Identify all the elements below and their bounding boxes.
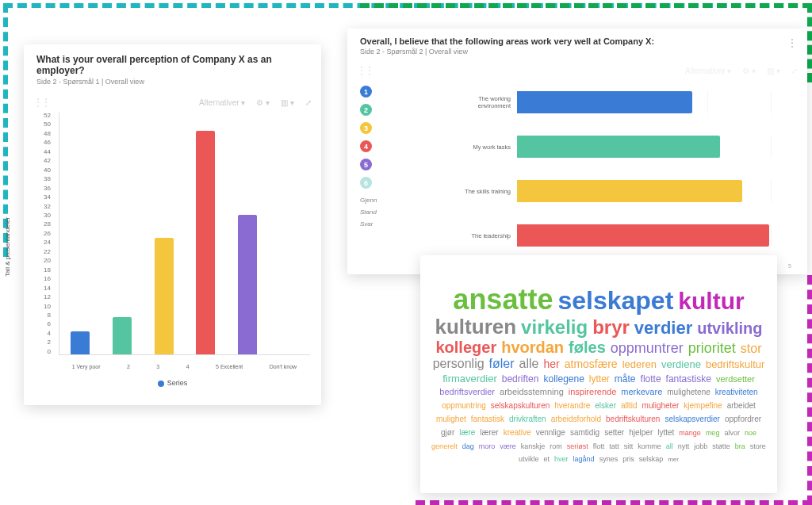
cloud-word: meg (706, 430, 720, 437)
cloud-word: måte (615, 374, 636, 384)
cloud-word: være (500, 443, 516, 450)
drag-handle-icon[interactable]: ⋮⋮ (357, 65, 373, 76)
bar-subtitle: Side 2 - Spørsmål 1 | Overall view (36, 78, 308, 86)
wordcloud: ansatteselskapetkulturkulturenvirkeligbr… (420, 274, 777, 474)
cloud-word: sitt (624, 443, 634, 450)
drag-handle-icon[interactable]: ⋮⋮ (33, 97, 49, 108)
alternatives-dropdown[interactable]: Alternativer ▾ (199, 98, 245, 107)
cloud-word: tatt (609, 443, 619, 450)
cloud-word: verdier (634, 319, 692, 337)
cloud-word: verdsetter (716, 375, 755, 384)
cloud-word: virkelig (521, 317, 588, 337)
cloud-word: setter (604, 429, 624, 438)
bar-xlabel: 4 (186, 364, 190, 369)
cloud-word: fantastisk (471, 415, 504, 424)
expand-icon[interactable]: ⤢ (305, 98, 312, 107)
hbar-row: The skills training (446, 174, 791, 208)
stat-label: Stand (360, 209, 442, 216)
cloud-word: synes (599, 456, 619, 463)
cloud-word: kolleger (435, 339, 496, 356)
cloud-word: pris (622, 456, 634, 463)
chart-type-icon[interactable]: ▥ ▾ (281, 98, 294, 107)
cloud-word: mulighetene (667, 388, 710, 397)
cloud-word: oppfordrer (725, 415, 761, 424)
bar-1 (113, 317, 132, 354)
cloud-word: hver (554, 456, 569, 463)
cloud-word: lagånd (573, 456, 595, 463)
hbar-fill (517, 136, 720, 158)
bar-title: What is your overall perception of Compa… (36, 54, 308, 76)
cloud-word: bra (735, 443, 745, 450)
cloud-word: alvor (724, 430, 740, 437)
expand-icon[interactable]: ⤢ (791, 67, 798, 75)
cloud-word: mange (679, 430, 701, 437)
cloud-word: stor (741, 342, 762, 356)
legend-badge: 4 (360, 140, 372, 152)
legend-badge: 5 (360, 159, 372, 170)
cloud-word: komme (638, 443, 661, 450)
cloud-word: bedriften (502, 374, 539, 384)
cloud-word: kulturen (435, 316, 517, 338)
cloud-word: et (544, 456, 550, 463)
cloud-word: arbeidet (727, 402, 756, 411)
hbar-xtick: 5 (788, 263, 791, 269)
bar-xlabel: 3 (156, 364, 159, 369)
cloud-word: selskap (639, 456, 664, 463)
bar-3 (196, 131, 215, 354)
settings-icon[interactable]: ⚙ ▾ (742, 67, 756, 75)
cloud-word: merkevare (621, 388, 662, 397)
cloud-word: lytter (589, 374, 610, 384)
cloud-word: personlig (433, 358, 485, 371)
cloud-word: oppmuntring (442, 402, 486, 411)
cloud-word: flotte (641, 374, 661, 384)
cloud-word: arbeidsforhold (551, 415, 601, 424)
cloud-word: utvikling (697, 320, 762, 337)
hbar-row: The working environment (446, 86, 791, 119)
cloud-word: gjør (441, 429, 454, 438)
cloud-word: firmaverdier (442, 373, 497, 384)
cloud-word: drivkraften (509, 415, 546, 424)
hbar-fill (517, 224, 769, 247)
hbar-fill (517, 180, 742, 202)
more-menu-icon[interactable]: ⋮ (787, 36, 798, 49)
cloud-word: generelt (431, 443, 458, 450)
y-axis-label: Tall & prosentandeler (4, 217, 11, 277)
cloud-word: selskapskulturen (491, 402, 550, 411)
cloud-word: hjelper (629, 429, 653, 438)
cloud-word: prioritet (688, 341, 736, 356)
cloud-word: inspirerende (569, 388, 617, 397)
cloud-word: bryr (592, 317, 630, 337)
cloud-word: bedriftsverdier (439, 388, 495, 397)
legend-badge: 3 (360, 122, 372, 134)
alternatives-dropdown[interactable]: Alternativer ▾ (685, 67, 731, 75)
cloud-word: atmosfære (565, 358, 618, 370)
cloud-word: føles (569, 339, 606, 356)
settings-icon[interactable]: ⚙ ▾ (256, 98, 270, 107)
cloud-word: muligheter (642, 402, 680, 411)
bar-chart-area: Tall & prosentandeler 525048464442403836… (24, 113, 321, 374)
cloud-word: verdiene (661, 359, 701, 370)
cloud-word: alle (519, 358, 539, 371)
cloud-word: seriøst (567, 443, 588, 450)
cloud-word: kreative (504, 429, 531, 438)
hbar-label: The leadership (446, 232, 517, 239)
bar-2 (155, 238, 174, 354)
cloud-word: bedriftskultur (706, 359, 764, 370)
hbar-label: The skills training (446, 188, 517, 195)
cloud-word: utvikle (519, 456, 539, 463)
cloud-word: store (750, 443, 766, 450)
cloud-word: kreativiteten (715, 388, 758, 397)
cloud-word: flott (593, 443, 605, 450)
cloud-word: kollegene (543, 374, 584, 384)
legend-badge: 2 (360, 104, 372, 116)
cloud-word: arbeidsstemning (500, 388, 564, 397)
chart-type-icon[interactable]: ▥ ▾ (767, 67, 780, 75)
cloud-word: oppmuntrer (611, 341, 684, 356)
cloud-word: kultur (678, 289, 744, 314)
cloud-word: noe (745, 430, 756, 437)
cloud-word: samtidig (570, 429, 599, 438)
cloud-word: hverandre (554, 402, 590, 411)
cloud-word: lyttet (657, 429, 674, 438)
cloud-word: fantastiske (666, 374, 711, 384)
cloud-word: dag (462, 443, 474, 450)
